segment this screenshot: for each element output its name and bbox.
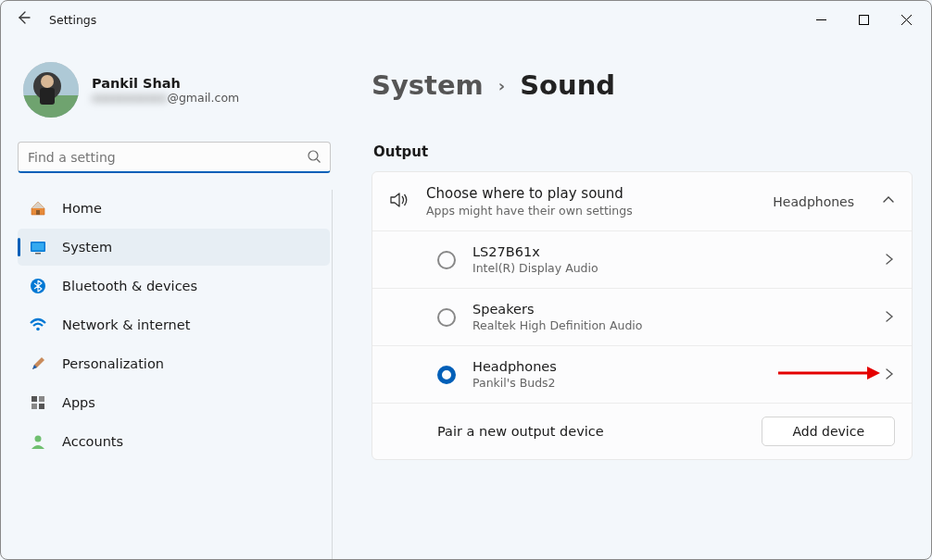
apps-icon [29, 394, 47, 411]
nav: Home System Bluetooth & devices Network … [18, 190, 333, 560]
nav-item-apps[interactable]: Apps [18, 384, 330, 421]
wifi-icon [29, 317, 47, 333]
sidebar: Pankil Shah xxxxxxxxxxx@gmail.com Home S… [1, 38, 334, 560]
chevron-up-icon [882, 193, 895, 210]
breadcrumb-parent[interactable]: System [372, 69, 484, 101]
output-current-label: Headphones [773, 194, 854, 209]
breadcrumb: System › Sound [372, 69, 913, 101]
user-email: xxxxxxxxxxx@gmail.com [92, 91, 239, 105]
svg-rect-21 [39, 404, 44, 409]
search-input[interactable] [18, 142, 331, 173]
annotation-arrow [778, 365, 880, 385]
nav-label: System [62, 240, 112, 255]
speaker-icon [389, 190, 409, 214]
output-header-row[interactable]: Choose where to play sound Apps might ha… [372, 172, 912, 230]
device-name: Speakers [472, 302, 867, 317]
pair-label: Pair a new output device [437, 424, 745, 439]
pair-device-row: Pair a new output device Add device [372, 403, 912, 459]
nav-label: Home [62, 201, 102, 216]
maximize-button[interactable] [842, 1, 885, 38]
svg-point-22 [35, 436, 42, 442]
nav-label: Network & internet [62, 317, 190, 332]
radio-button[interactable] [437, 251, 456, 269]
device-sub: Realtek High Definition Audio [472, 318, 867, 332]
device-row-speakers[interactable]: Speakers Realtek High Definition Audio [372, 288, 912, 345]
radio-button[interactable] [437, 366, 456, 384]
svg-rect-9 [40, 88, 55, 105]
svg-point-10 [309, 151, 318, 160]
main-panel: System › Sound Output Choose where to pl… [334, 38, 931, 560]
brush-icon [29, 355, 47, 372]
search-icon [307, 149, 321, 168]
svg-rect-15 [35, 253, 41, 255]
person-icon [29, 433, 47, 450]
svg-line-11 [317, 159, 321, 163]
nav-item-network[interactable]: Network & internet [18, 306, 330, 343]
output-card: Choose where to play sound Apps might ha… [372, 171, 913, 460]
avatar [23, 62, 79, 118]
svg-rect-12 [36, 210, 40, 215]
system-icon [29, 239, 47, 255]
nav-item-system[interactable]: System [18, 229, 330, 266]
svg-rect-2 [859, 15, 868, 24]
nav-label: Personalization [62, 356, 164, 371]
titlebar: Settings [1, 1, 931, 38]
search-box[interactable] [18, 142, 331, 173]
nav-item-personalization[interactable]: Personalization [18, 345, 330, 382]
nav-item-bluetooth[interactable]: Bluetooth & devices [18, 268, 330, 305]
breadcrumb-current: Sound [520, 69, 615, 101]
app-title: Settings [49, 13, 96, 27]
chevron-right-icon[interactable] [884, 251, 895, 268]
svg-rect-14 [32, 243, 44, 251]
device-sub: Intel(R) Display Audio [472, 261, 867, 275]
window-controls [800, 1, 927, 38]
nav-label: Apps [62, 395, 95, 410]
radio-button[interactable] [437, 308, 456, 327]
home-icon [29, 200, 47, 217]
device-row-headphones[interactable]: Headphones Pankil's Buds2 [372, 345, 912, 403]
nav-label: Bluetooth & devices [62, 279, 197, 293]
nav-label: Accounts [62, 434, 123, 449]
svg-point-17 [36, 328, 40, 331]
add-device-button[interactable]: Add device [762, 417, 895, 446]
nav-item-accounts[interactable]: Accounts [18, 423, 330, 460]
output-header-title: Choose where to play sound [426, 185, 756, 202]
output-header-subtitle: Apps might have their own settings [426, 204, 756, 218]
chevron-right-icon[interactable] [884, 308, 895, 326]
bluetooth-icon [29, 278, 47, 294]
output-section-title: Output [373, 143, 913, 160]
nav-item-home[interactable]: Home [18, 190, 330, 227]
svg-rect-18 [31, 396, 37, 402]
chevron-right-icon: › [498, 76, 505, 95]
svg-rect-20 [31, 404, 37, 409]
minimize-button[interactable] [800, 1, 842, 38]
device-name: LS27B61x [472, 244, 867, 259]
profile-block[interactable]: Pankil Shah xxxxxxxxxxx@gmail.com [18, 47, 334, 138]
close-button[interactable] [885, 1, 927, 38]
svg-rect-19 [39, 396, 44, 402]
device-row-ls27b61x[interactable]: LS27B61x Intel(R) Display Audio [372, 230, 912, 288]
svg-point-8 [41, 75, 54, 88]
user-name: Pankil Shah [92, 76, 239, 91]
back-icon[interactable] [16, 10, 31, 29]
chevron-right-icon[interactable] [884, 366, 895, 383]
